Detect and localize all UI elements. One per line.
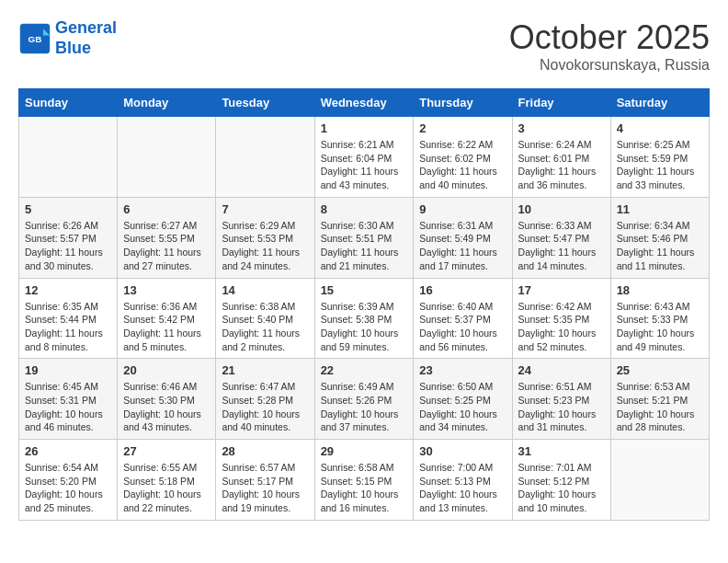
day-info: Sunrise: 6:42 AM Sunset: 5:35 PM Dayligh… xyxy=(518,300,605,354)
day-number: 18 xyxy=(617,283,703,297)
day-number: 19 xyxy=(25,363,111,377)
logo: GB General Blue xyxy=(18,18,117,58)
day-info: Sunrise: 7:01 AM Sunset: 5:12 PM Dayligh… xyxy=(518,461,605,515)
calendar-day-cell xyxy=(610,440,709,521)
day-number: 25 xyxy=(617,363,703,377)
day-number: 27 xyxy=(123,444,210,458)
weekday-header: Monday xyxy=(118,89,216,117)
month-title: October 2025 xyxy=(509,18,710,57)
day-info: Sunrise: 6:50 AM Sunset: 5:25 PM Dayligh… xyxy=(419,380,506,434)
day-number: 8 xyxy=(321,202,408,216)
calendar-day-cell xyxy=(216,117,314,198)
calendar-day-cell: 14Sunrise: 6:38 AM Sunset: 5:40 PM Dayli… xyxy=(216,278,314,359)
day-info: Sunrise: 6:46 AM Sunset: 5:30 PM Dayligh… xyxy=(123,380,210,434)
calendar-day-cell: 23Sunrise: 6:50 AM Sunset: 5:25 PM Dayli… xyxy=(414,359,512,440)
day-number: 22 xyxy=(321,363,408,377)
day-info: Sunrise: 6:35 AM Sunset: 5:44 PM Dayligh… xyxy=(25,300,111,354)
calendar-day-cell: 1Sunrise: 6:21 AM Sunset: 6:04 PM Daylig… xyxy=(314,117,414,198)
logo-text: General Blue xyxy=(55,18,117,58)
day-number: 4 xyxy=(617,121,703,135)
day-info: Sunrise: 6:25 AM Sunset: 5:59 PM Dayligh… xyxy=(617,138,703,192)
calendar-day-cell: 30Sunrise: 7:00 AM Sunset: 5:13 PM Dayli… xyxy=(414,440,512,521)
day-number: 6 xyxy=(123,202,210,216)
day-number: 24 xyxy=(518,363,605,377)
weekday-header: Sunday xyxy=(19,89,118,117)
calendar-day-cell: 10Sunrise: 6:33 AM Sunset: 5:47 PM Dayli… xyxy=(512,197,610,278)
calendar-week-row: 19Sunrise: 6:45 AM Sunset: 5:31 PM Dayli… xyxy=(19,359,710,440)
day-info: Sunrise: 6:26 AM Sunset: 5:57 PM Dayligh… xyxy=(25,219,111,273)
calendar-day-cell: 18Sunrise: 6:43 AM Sunset: 5:33 PM Dayli… xyxy=(610,278,709,359)
calendar-day-cell: 27Sunrise: 6:55 AM Sunset: 5:18 PM Dayli… xyxy=(118,440,216,521)
weekday-header: Wednesday xyxy=(314,89,414,117)
day-number: 17 xyxy=(518,283,605,297)
calendar-day-cell: 28Sunrise: 6:57 AM Sunset: 5:17 PM Dayli… xyxy=(216,440,314,521)
day-info: Sunrise: 6:30 AM Sunset: 5:51 PM Dayligh… xyxy=(321,219,408,273)
day-info: Sunrise: 6:47 AM Sunset: 5:28 PM Dayligh… xyxy=(222,380,308,434)
calendar-day-cell: 13Sunrise: 6:36 AM Sunset: 5:42 PM Dayli… xyxy=(118,278,216,359)
calendar-day-cell: 2Sunrise: 6:22 AM Sunset: 6:02 PM Daylig… xyxy=(414,117,512,198)
day-info: Sunrise: 6:31 AM Sunset: 5:49 PM Dayligh… xyxy=(419,219,506,273)
calendar-day-cell: 12Sunrise: 6:35 AM Sunset: 5:44 PM Dayli… xyxy=(19,278,118,359)
weekday-header: Friday xyxy=(512,89,610,117)
day-number: 30 xyxy=(419,444,506,458)
day-info: Sunrise: 6:29 AM Sunset: 5:53 PM Dayligh… xyxy=(222,219,308,273)
calendar-day-cell: 17Sunrise: 6:42 AM Sunset: 5:35 PM Dayli… xyxy=(512,278,610,359)
calendar-week-row: 5Sunrise: 6:26 AM Sunset: 5:57 PM Daylig… xyxy=(19,197,710,278)
day-number: 3 xyxy=(518,121,605,135)
day-number: 23 xyxy=(419,363,506,377)
day-number: 28 xyxy=(222,444,308,458)
day-info: Sunrise: 6:24 AM Sunset: 6:01 PM Dayligh… xyxy=(518,138,605,192)
day-number: 10 xyxy=(518,202,605,216)
day-number: 9 xyxy=(419,202,506,216)
day-info: Sunrise: 6:36 AM Sunset: 5:42 PM Dayligh… xyxy=(123,300,210,354)
calendar-day-cell: 4Sunrise: 6:25 AM Sunset: 5:59 PM Daylig… xyxy=(610,117,709,198)
weekday-header: Saturday xyxy=(610,89,709,117)
day-info: Sunrise: 6:51 AM Sunset: 5:23 PM Dayligh… xyxy=(518,380,605,434)
calendar-day-cell: 6Sunrise: 6:27 AM Sunset: 5:55 PM Daylig… xyxy=(118,197,216,278)
day-info: Sunrise: 6:43 AM Sunset: 5:33 PM Dayligh… xyxy=(617,300,703,354)
day-info: Sunrise: 6:55 AM Sunset: 5:18 PM Dayligh… xyxy=(123,461,210,515)
day-number: 16 xyxy=(419,283,506,297)
calendar-day-cell: 8Sunrise: 6:30 AM Sunset: 5:51 PM Daylig… xyxy=(314,197,414,278)
calendar-day-cell: 19Sunrise: 6:45 AM Sunset: 5:31 PM Dayli… xyxy=(19,359,118,440)
title-block: October 2025 Novokorsunskaya, Russia xyxy=(509,18,710,74)
day-number: 2 xyxy=(419,121,506,135)
calendar-day-cell: 16Sunrise: 6:40 AM Sunset: 5:37 PM Dayli… xyxy=(414,278,512,359)
day-info: Sunrise: 6:27 AM Sunset: 5:55 PM Dayligh… xyxy=(123,219,210,273)
day-info: Sunrise: 6:39 AM Sunset: 5:38 PM Dayligh… xyxy=(321,300,408,354)
day-info: Sunrise: 6:33 AM Sunset: 5:47 PM Dayligh… xyxy=(518,219,605,273)
day-info: Sunrise: 6:57 AM Sunset: 5:17 PM Dayligh… xyxy=(222,461,308,515)
calendar-day-cell: 25Sunrise: 6:53 AM Sunset: 5:21 PM Dayli… xyxy=(610,359,709,440)
day-number: 14 xyxy=(222,283,308,297)
calendar-day-cell xyxy=(19,117,118,198)
calendar-day-cell: 5Sunrise: 6:26 AM Sunset: 5:57 PM Daylig… xyxy=(19,197,118,278)
day-info: Sunrise: 6:49 AM Sunset: 5:26 PM Dayligh… xyxy=(321,380,408,434)
day-number: 5 xyxy=(25,202,111,216)
day-info: Sunrise: 6:34 AM Sunset: 5:46 PM Dayligh… xyxy=(617,219,703,273)
day-info: Sunrise: 7:00 AM Sunset: 5:13 PM Dayligh… xyxy=(419,461,506,515)
calendar-day-cell: 22Sunrise: 6:49 AM Sunset: 5:26 PM Dayli… xyxy=(314,359,414,440)
day-number: 31 xyxy=(518,444,605,458)
svg-text:GB: GB xyxy=(28,33,42,43)
day-number: 29 xyxy=(321,444,408,458)
day-number: 1 xyxy=(321,121,408,135)
weekday-header: Tuesday xyxy=(216,89,314,117)
day-number: 13 xyxy=(123,283,210,297)
logo-icon: GB xyxy=(18,22,51,55)
calendar-day-cell xyxy=(118,117,216,198)
day-info: Sunrise: 6:54 AM Sunset: 5:20 PM Dayligh… xyxy=(25,461,111,515)
day-info: Sunrise: 6:45 AM Sunset: 5:31 PM Dayligh… xyxy=(25,380,111,434)
day-number: 21 xyxy=(222,363,308,377)
day-info: Sunrise: 6:40 AM Sunset: 5:37 PM Dayligh… xyxy=(419,300,506,354)
calendar-week-row: 12Sunrise: 6:35 AM Sunset: 5:44 PM Dayli… xyxy=(19,278,710,359)
calendar-day-cell: 11Sunrise: 6:34 AM Sunset: 5:46 PM Dayli… xyxy=(610,197,709,278)
page-header: GB General Blue October 2025 Novokorsuns… xyxy=(18,18,710,74)
logo-line2: Blue xyxy=(55,39,91,57)
day-number: 11 xyxy=(617,202,703,216)
logo-line1: General xyxy=(55,18,117,37)
calendar-week-row: 26Sunrise: 6:54 AM Sunset: 5:20 PM Dayli… xyxy=(19,440,710,521)
calendar: SundayMondayTuesdayWednesdayThursdayFrid… xyxy=(18,88,710,521)
day-info: Sunrise: 6:53 AM Sunset: 5:21 PM Dayligh… xyxy=(617,380,703,434)
calendar-day-cell: 21Sunrise: 6:47 AM Sunset: 5:28 PM Dayli… xyxy=(216,359,314,440)
calendar-day-cell: 9Sunrise: 6:31 AM Sunset: 5:49 PM Daylig… xyxy=(414,197,512,278)
